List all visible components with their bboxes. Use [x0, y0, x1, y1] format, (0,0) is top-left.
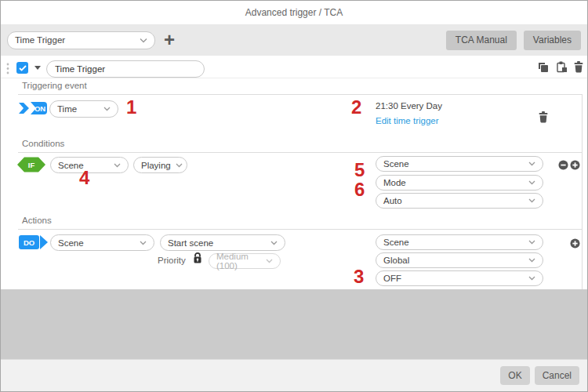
- priority-select: Medium (100): [209, 253, 281, 269]
- condition-auto-value: Auto: [383, 196, 402, 205]
- toolbar: Time Trigger + TCA Manual Variables: [1, 24, 587, 56]
- annotation-6: 6: [354, 180, 365, 199]
- trigger-type-select[interactable]: Time Trigger: [7, 31, 155, 49]
- conditions-label: Conditions: [22, 139, 64, 148]
- do-badge: DO: [18, 234, 49, 250]
- off-value: OFF: [383, 274, 401, 283]
- chevron-down-icon: [528, 162, 535, 166]
- if-badge-label: IF: [28, 161, 35, 169]
- triggering-event-label: Triggering event: [22, 81, 87, 90]
- advanced-trigger-dialog: Advanced trigger / TCA Time Trigger + TC…: [0, 0, 588, 392]
- delete-trigger-icon[interactable]: [574, 61, 583, 76]
- drag-handle-icon[interactable]: [6, 63, 9, 78]
- chevron-down-icon: [266, 259, 273, 263]
- remove-condition-icon[interactable]: [558, 159, 568, 173]
- action-type-value: Start scene: [168, 238, 213, 248]
- add-condition-icon[interactable]: [570, 159, 580, 173]
- edit-time-trigger-link[interactable]: Edit time trigger: [376, 116, 439, 125]
- action-target-value: Scene: [383, 238, 409, 247]
- schedule-text: 21:30 Every Day: [376, 101, 442, 111]
- condition-state-select[interactable]: Playing: [133, 157, 187, 173]
- delete-event-icon[interactable]: [539, 111, 548, 126]
- action-subject-value: Scene: [58, 238, 84, 248]
- condition-target-select[interactable]: Scene: [376, 156, 543, 172]
- chevron-down-icon: [528, 240, 535, 245]
- condition-mode-select[interactable]: Mode: [376, 175, 543, 191]
- lock-icon[interactable]: [193, 252, 202, 267]
- event-type-value: Time: [57, 104, 77, 114]
- ok-button[interactable]: OK: [500, 366, 529, 385]
- cancel-button[interactable]: Cancel: [535, 366, 579, 385]
- condition-target-value: Scene: [383, 159, 409, 169]
- chevron-down-icon: [528, 180, 535, 185]
- if-badge: IF: [16, 156, 46, 173]
- empty-panel: [1, 289, 587, 359]
- annotation-3: 3: [354, 267, 364, 286]
- section-divider: [18, 94, 582, 95]
- chevron-down-icon: [176, 163, 183, 168]
- annotation-1: 1: [126, 98, 136, 117]
- copy-icon[interactable]: [538, 62, 549, 76]
- actions-label: Actions: [22, 216, 52, 225]
- action-type-select[interactable]: Start scene: [160, 234, 285, 251]
- check-icon: [19, 65, 27, 71]
- action-subject-select[interactable]: Scene: [50, 234, 154, 251]
- chevron-down-icon: [140, 241, 147, 245]
- condition-auto-select[interactable]: Auto: [376, 193, 543, 209]
- paste-icon[interactable]: [556, 61, 568, 76]
- dialog-title: Advanced trigger / TCA: [1, 1, 587, 24]
- section-divider: [18, 229, 582, 230]
- content-right-border: [582, 94, 583, 289]
- tca-manual-button[interactable]: TCA Manual: [446, 31, 517, 50]
- chevron-down-icon: [270, 241, 278, 245]
- trigger-enabled-checkbox[interactable]: [16, 62, 28, 74]
- condition-mode-value: Mode: [383, 178, 406, 187]
- on-badge-label: ON: [34, 104, 45, 113]
- annotation-5: 5: [354, 161, 365, 180]
- row-divider: [1, 78, 588, 78]
- chevron-down-icon: [528, 258, 535, 263]
- condition-state-value: Playing: [141, 161, 171, 170]
- action-target-select[interactable]: Scene: [376, 234, 543, 250]
- chevron-down-icon: [140, 38, 147, 43]
- priority-value: Medium (100): [216, 252, 261, 270]
- global-value: Global: [383, 256, 409, 265]
- chevron-down-icon: [114, 163, 121, 168]
- annotation-4: 4: [79, 169, 89, 187]
- add-action-icon[interactable]: [570, 238, 580, 252]
- trigger-type-value: Time Trigger: [15, 35, 65, 45]
- priority-label: Priority: [158, 256, 186, 265]
- footer: OK Cancel: [1, 359, 587, 391]
- global-select[interactable]: Global: [376, 252, 543, 268]
- chevron-down-icon: [528, 198, 535, 203]
- do-badge-label: DO: [24, 238, 34, 247]
- add-trigger-button[interactable]: +: [162, 31, 176, 49]
- chevron-down-icon: [528, 276, 535, 281]
- chevron-down-icon: [103, 107, 111, 111]
- expand-caret-icon[interactable]: [34, 66, 41, 70]
- on-badge: ON: [18, 100, 48, 116]
- event-type-select[interactable]: Time: [49, 100, 118, 118]
- annotation-2: 2: [351, 98, 361, 117]
- trigger-name-input[interactable]: [46, 60, 205, 78]
- off-select[interactable]: OFF: [376, 270, 543, 286]
- section-divider: [18, 152, 582, 153]
- variables-button[interactable]: Variables: [524, 31, 581, 50]
